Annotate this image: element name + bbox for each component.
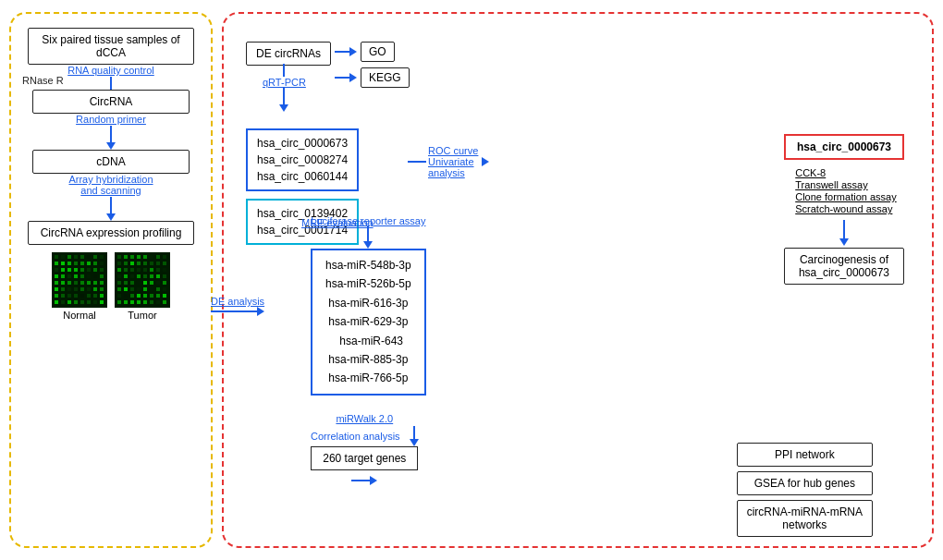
luciferase-section: Luciferase reporter assay hsa-miR-548b-3… [311,215,426,396]
tumor-microarray-canvas [115,252,170,308]
roc-section: ROC curve Univariate analysis [408,145,489,178]
left-panel: Six paired tissue samples of dCCA RNA qu… [9,12,213,548]
hsa-final-box: hsa_circ_0000673 [784,134,904,160]
tumor-image-group: Tumor [115,252,170,321]
qrtpcr-label: qRT-PCR [263,77,306,88]
arrow-head-primer [106,142,116,150]
target-section: miRWalk 2.0 Correlation analysis 260 tar… [311,413,419,485]
main-container: Six paired tissue samples of dCCA RNA qu… [9,12,934,548]
qrtpcr-arrow-section: qRT-PCR [263,38,306,112]
ppi-box: PPI network [737,443,873,467]
right-panel: DE circRNAs GO [222,12,934,548]
circrna-expr-box: CircRNA expression profiling [28,221,194,245]
de-analysis-arrow-section: DE analysis [211,296,264,316]
go-kegg-arrows: GO KEGG [335,42,410,88]
roc-label: ROC curve [428,145,478,156]
cck-labels: CCK-8 Transwell assay Clone formation as… [791,167,896,214]
random-primer-arrow: Random primer [76,114,146,150]
de-analysis-label: DE analysis [211,296,264,307]
go-box: GO [361,42,395,62]
blue-circrna-box: hsa_circ_0000673 hsa_circ_0008274 hsa_ci… [246,128,359,191]
arrow-head-hybrid [106,213,116,221]
array-hybrid-arrow: Array hybridizationand scanning [55,174,166,221]
carcinogenesis-arrow [839,220,849,246]
luciferase-label: Luciferase reporter assay [311,215,425,226]
arrow-to-go: GO [335,42,410,62]
mirwalk-label: miRWalk 2.0 [336,413,393,424]
ppi-section: PPI network GSEA for hub genes circRNA-m… [737,443,873,537]
arrow-to-kegg: KEGG [335,67,410,88]
kegg-box: KEGG [361,67,410,88]
six-paired-box: Six paired tissue samples of dCCA [28,28,194,65]
rnaser-label: RNase R [22,75,64,86]
mir-list-box: hsa-miR-548b-3p hsa-miR-526b-5p hsa-miR-… [311,249,426,396]
microarray-images: Normal Tumor [52,252,170,321]
network-box: circRNA-miRNA-mRNAnetworks [737,500,873,537]
normal-microarray-canvas [52,252,107,308]
roc-arrow: ROC curve Univariate analysis [408,145,489,178]
carcinogenesis-box: Carcinogenesis ofhsa_circ_0000673 [784,248,904,285]
normal-image-group: Normal [52,252,107,321]
tumor-label: Tumor [128,310,156,321]
arrow-line-hybrid [110,197,112,213]
arrow-line-primer [110,126,112,142]
right-inner: DE circRNAs GO [237,25,919,535]
circrna-box: CircRNA [32,90,190,114]
correlation-label: Correlation analysis [311,431,400,442]
target-genes-box: 260 target genes [311,446,418,470]
gsea-box: GSEA for hub genes [737,471,873,495]
random-primer-label: Random primer [76,114,146,125]
final-hsa-section: hsa_circ_0000673 CCK-8 Transwell assay C… [784,134,904,285]
left-flow: Six paired tissue samples of dCCA RNA qu… [20,28,202,321]
cdna-box: cDNA [32,150,190,174]
normal-label: Normal [63,310,95,321]
univariate-label: Univariate [428,156,478,167]
array-hybrid-label: Array hybridizationand scanning [55,174,166,196]
